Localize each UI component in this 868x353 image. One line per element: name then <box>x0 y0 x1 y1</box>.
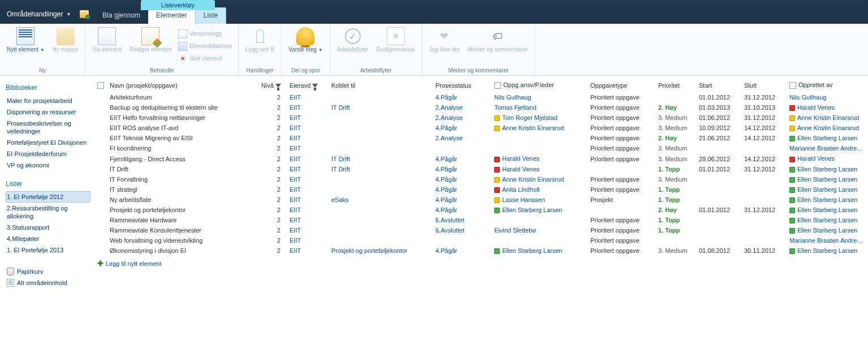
approve-reject-button[interactable]: Godkjenn/avvis <box>373 26 418 66</box>
status-link[interactable]: 4.Pågår <box>435 247 457 254</box>
status-link[interactable]: 6.Avsluttet <box>435 217 464 223</box>
status-link[interactable]: 2.Analyse <box>435 135 463 141</box>
table-row[interactable]: IT Drift2EIITIT Drift4.PågårHarald Venes… <box>95 164 868 174</box>
dept-link[interactable]: EIIT <box>290 135 301 141</box>
sidebar-libraries-header[interactable]: Biblioteker <box>6 84 90 92</box>
created-by-link[interactable]: Ellen Starberg Larsen <box>797 217 857 223</box>
table-row[interactable]: Rammeavtale Konsulenttjenester2EIIT6.Avs… <box>95 225 868 235</box>
responsible-link[interactable]: Eivind Slettebø <box>494 227 536 234</box>
col-priority[interactable]: Prioritet <box>656 78 697 92</box>
status-link[interactable]: 4.Pågår <box>435 124 457 131</box>
dept-link[interactable]: EIIT <box>290 124 301 131</box>
sidebar-list-link[interactable]: 3.Statusrapport <box>6 222 90 233</box>
alert-me-button[interactable]: Varsle meg ▼ <box>285 26 326 66</box>
status-link[interactable]: 2.Analyse <box>435 114 463 121</box>
col-responsible[interactable]: Oppg.ansv/P.leder <box>492 78 588 92</box>
col-level[interactable]: Nivå <box>259 78 287 92</box>
created-by-link[interactable]: Ellen Starberg Larsen <box>797 206 857 213</box>
sidebar-lists-header[interactable]: Lister <box>6 180 90 188</box>
status-link[interactable]: 2.Analyse <box>435 104 463 111</box>
workflows-button[interactable]: Arbeidsflyter <box>334 26 372 66</box>
status-link[interactable]: 4.Pågår <box>435 166 457 173</box>
sidebar-list-link[interactable]: 4.Milepæler <box>6 233 90 244</box>
all-site-content-link[interactable]: Alt områdeinnhold <box>6 277 90 289</box>
linked-link[interactable]: Prosjekt og porteføljekontor <box>331 247 408 254</box>
table-row[interactable]: Rammeavtale Hardware2EIIT6.AvsluttetPrio… <box>95 215 868 225</box>
responsible-link[interactable]: Harald Venes <box>502 166 539 173</box>
table-row[interactable]: EIIT ROS analyse IT-avd2EIIT4.PågårAnne … <box>95 123 868 133</box>
column-checkbox[interactable] <box>494 82 501 89</box>
status-link[interactable]: 6.Avsluttet <box>435 227 464 234</box>
dept-link[interactable]: EIIT <box>290 227 301 234</box>
col-status[interactable]: Prosesstatus <box>433 78 492 92</box>
dept-link[interactable]: EIIT <box>290 166 301 173</box>
created-by-link[interactable]: Ellen Starberg Larsen <box>797 166 857 173</box>
dept-link[interactable]: EIIT <box>290 104 301 111</box>
col-type[interactable]: Oppgavetype <box>588 78 656 92</box>
col-start[interactable]: Start <box>697 78 742 92</box>
version-history-button[interactable]: Versjonslogg <box>176 28 235 40</box>
responsible-link[interactable]: Lasse Hanssen <box>502 196 545 203</box>
dept-link[interactable]: EIIT <box>290 206 301 213</box>
table-row[interactable]: IT strategi2EIIT4.PågårAnita LindholtPri… <box>95 184 868 195</box>
column-checkbox[interactable] <box>789 82 796 89</box>
col-name[interactable]: Navn (prosjekt/oppgave) <box>107 78 259 92</box>
status-link[interactable]: 4.Pågår <box>435 176 457 183</box>
table-row[interactable]: EIIT Teknisk Migrering av EISI2EIIT2.Ana… <box>95 133 868 143</box>
dept-link[interactable]: EIIT <box>290 94 301 101</box>
responsible-link[interactable]: Harald Venes <box>502 155 539 162</box>
created-by-link[interactable]: Harald Venes <box>797 104 835 111</box>
dept-link[interactable]: EIIT <box>290 114 301 121</box>
col-owner-dept[interactable]: Eieravd <box>287 78 329 92</box>
dept-link[interactable]: EIIT <box>290 237 301 244</box>
created-by-link[interactable]: Marianne Braaten Andresen <box>789 237 867 244</box>
col-linked[interactable]: Koblet til <box>329 78 433 92</box>
table-row[interactable]: IT Forvaltning2EIIT4.PågårAnne Kristin E… <box>95 174 868 184</box>
responsible-link[interactable]: Tomas Fjetland <box>494 104 537 111</box>
table-row[interactable]: Fjerntilgang - Direct Access2EIITIT Drif… <box>95 153 868 163</box>
sidebar-list-link[interactable]: 1. EI Portefølje 2012 <box>6 191 90 203</box>
table-row[interactable]: Ny arbeidsflate2EIITeSaks4.PågårLasse Ha… <box>95 195 868 205</box>
table-row[interactable]: Økonomistyring i divisjon EI2EIITProsjek… <box>95 246 868 256</box>
sidebar-library-link[interactable]: Porteføljestyret EI Divisjonen <box>6 137 90 148</box>
like-button[interactable]: Jeg liker det <box>426 26 463 66</box>
item-permissions-button[interactable]: Elementtillatelser <box>176 41 235 52</box>
sidebar-library-link[interactable]: VP og økonomi <box>6 160 90 171</box>
dept-link[interactable]: EIIT <box>290 145 301 152</box>
status-link[interactable]: 4.Pågår <box>435 94 457 101</box>
col-created-by[interactable]: Opprettet av <box>787 78 868 92</box>
created-by-link[interactable]: Anne Kristin Einarsrud <box>797 114 859 121</box>
tab-elements[interactable]: Elementer <box>148 8 195 24</box>
responsible-link[interactable]: Tom Roger Mjelstad <box>502 114 558 121</box>
sidebar-library-link[interactable]: Prosessbeskrivelser og veiledninger <box>6 118 90 137</box>
status-link[interactable]: 4.Pågår <box>435 156 457 162</box>
recycle-bin-link[interactable]: Papirkurv <box>6 266 90 277</box>
responsible-link[interactable]: Nils Gullhaug <box>494 94 531 101</box>
new-item-button[interactable]: Nytt element ▼ <box>3 26 48 66</box>
linked-link[interactable]: IT Drift <box>331 104 350 111</box>
tags-notes-button[interactable]: Merker og kommentarer <box>464 26 532 66</box>
add-new-item-link[interactable]: ✚ Legg til nytt element <box>95 256 868 271</box>
dept-link[interactable]: EIIT <box>290 186 301 193</box>
dept-link[interactable]: EIIT <box>290 156 301 162</box>
tab-browse[interactable]: Bla gjennom <box>94 8 148 24</box>
sidebar-library-link[interactable]: Maler for prosjektarbeid <box>6 95 90 106</box>
created-by-link[interactable]: Ellen Starberg Larsen <box>797 247 857 254</box>
attach-file-button[interactable]: Legg ved fil <box>242 26 278 66</box>
table-row[interactable]: Prosjekt og porteføljekontor2EIIT4.Pågår… <box>95 205 868 215</box>
created-by-link[interactable]: Ellen Starberg Larsen <box>797 227 857 234</box>
responsible-link[interactable]: Anita Lindholt <box>502 186 540 193</box>
created-by-link[interactable]: Marianne Braaten Andresen <box>789 145 867 152</box>
sidebar-library-link[interactable]: EI Prosjektlederforum <box>6 148 90 160</box>
status-link[interactable]: 4.Pågår <box>435 196 457 203</box>
created-by-link[interactable]: Harald Venes <box>797 155 835 162</box>
sidebar-list-link[interactable]: 2.Ressursbestilling og allokering <box>6 203 90 222</box>
linked-link[interactable]: IT Drift <box>331 156 350 162</box>
view-item-button[interactable]: Vis element <box>89 26 125 66</box>
sidebar-list-link[interactable]: 1. EI Portefølje 2013 <box>6 244 90 256</box>
responsible-link[interactable]: Anne Kristin Einarsrud <box>502 124 564 131</box>
linked-link[interactable]: IT Drift <box>331 166 350 173</box>
dept-link[interactable]: EIIT <box>290 176 301 183</box>
table-row[interactable]: Web forvaltning og videreutvikling2EIITP… <box>95 235 868 246</box>
responsible-link[interactable]: Ellen Starberg Larsen <box>502 247 562 254</box>
